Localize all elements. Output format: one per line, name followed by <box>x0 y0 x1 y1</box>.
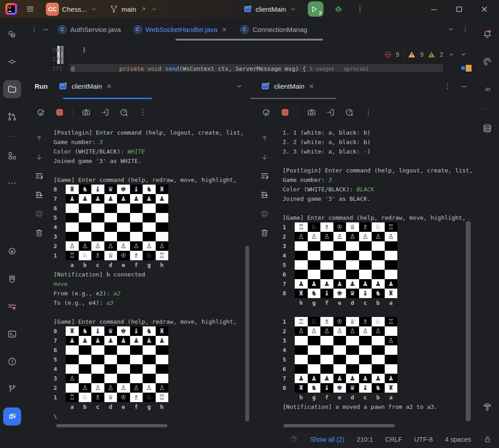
soft-wrap-button[interactable] <box>34 171 45 181</box>
show-all-processes-link[interactable]: Show all (2) <box>310 436 345 443</box>
import-button[interactable] <box>99 106 111 118</box>
maximize-window-button[interactable] <box>452 2 466 16</box>
soft-wrap-button[interactable] <box>259 171 270 181</box>
run-config-selector[interactable]: clientMain <box>241 2 300 16</box>
prev-problem-button[interactable] <box>447 50 455 59</box>
commit-icon <box>7 57 17 67</box>
tool-window-maven-button[interactable]: m <box>478 80 496 98</box>
console-text: \ <box>54 413 57 420</box>
tool-window-dependencies-button[interactable] <box>3 270 21 288</box>
tool-window-commit-button[interactable] <box>3 53 21 71</box>
board-square <box>117 232 130 241</box>
close-tab-icon[interactable] <box>221 26 228 33</box>
rerun-button[interactable] <box>260 106 272 118</box>
board-square: ♜ <box>66 185 79 194</box>
board-square <box>117 204 130 213</box>
close-tab-icon[interactable] <box>106 83 112 90</box>
project-widget[interactable]: CC Chess... <box>43 2 100 16</box>
kebab-button[interactable] <box>362 106 374 118</box>
arrow-down-button[interactable] <box>259 152 270 163</box>
error-stripe-mark[interactable] <box>466 65 472 72</box>
console-output[interactable]: [Postlogin] Enter command (help, logout,… <box>54 125 250 430</box>
tool-window-more-button[interactable] <box>3 174 21 192</box>
hide-editor-button[interactable] <box>40 23 52 35</box>
line-number: 269 <box>25 45 63 54</box>
error-stripe-mark[interactable] <box>461 66 465 70</box>
printer-button[interactable] <box>34 208 45 219</box>
caret-position[interactable]: 210:1 <box>357 436 373 443</box>
run-button[interactable]: 3 <box>308 1 324 17</box>
tab-list-menu-button[interactable] <box>459 23 471 35</box>
minimize-window-button[interactable] <box>427 2 441 16</box>
scroll-end-button[interactable] <box>34 190 45 200</box>
debug-button[interactable] <box>332 2 345 16</box>
rank-label: 1 <box>54 251 66 260</box>
camera-button[interactable] <box>306 106 317 118</box>
tool-window-services-button[interactable] <box>3 243 21 261</box>
run-tab[interactable]: clientMain <box>58 81 112 91</box>
tool-window-pull-requests-button[interactable] <box>3 108 21 126</box>
vertical-scrollbar[interactable] <box>466 221 471 421</box>
panel-options-button[interactable] <box>443 82 452 91</box>
indent-selector[interactable]: 4 spaces <box>445 436 471 443</box>
arrow-up-button[interactable] <box>34 133 45 144</box>
trash-button[interactable] <box>34 227 45 238</box>
scroll-end-button[interactable] <box>259 190 270 200</box>
main-menu-button[interactable] <box>23 2 37 16</box>
run-tab[interactable]: clientMain <box>261 81 315 91</box>
stop-button[interactable] <box>54 106 65 118</box>
vcs-widget[interactable]: main <box>107 2 161 16</box>
inspections-widget[interactable]: 9 9 2 <box>384 50 468 59</box>
horizontal-scrollbar[interactable] <box>283 424 395 427</box>
console-output[interactable]: 1. 1 (white: a, black: b)2. 2 (white: a,… <box>279 125 475 430</box>
more-actions-button[interactable] <box>353 2 367 16</box>
line-ending-selector[interactable]: CRLF <box>385 436 402 443</box>
stop-button[interactable] <box>279 106 291 118</box>
tool-window-problems-squiggle-button[interactable] <box>3 298 21 316</box>
editor-tab[interactable]: CAuthService.java <box>52 18 127 41</box>
rank-label: 3 <box>283 241 295 251</box>
tool-window-notifications-button[interactable] <box>478 25 496 43</box>
minimize-panel-button[interactable] <box>460 82 468 91</box>
horizontal-scrollbar[interactable] <box>56 424 167 427</box>
vertical-scrollbar[interactable] <box>245 246 249 421</box>
tool-window-database-button[interactable] <box>478 119 496 137</box>
expand-button[interactable] <box>235 82 243 91</box>
profiler-button[interactable] <box>343 106 355 118</box>
tool-window-project-button[interactable] <box>3 80 21 98</box>
arrow-down-icon <box>260 153 269 162</box>
editor-options-button[interactable] <box>28 23 40 35</box>
printer-button[interactable] <box>259 208 270 219</box>
trash-button[interactable] <box>259 227 270 238</box>
camera-button[interactable] <box>80 106 92 118</box>
editor-area[interactable]: 269270271 } @ private void send(WsContex… <box>25 41 475 72</box>
lock-button[interactable] <box>483 435 492 443</box>
tool-window-terminal-button[interactable] <box>3 325 21 343</box>
tool-window-ai-assistant-button[interactable] <box>478 53 496 71</box>
encoding-selector[interactable]: UTF-8 <box>414 436 433 443</box>
profiler-button[interactable] <box>118 106 130 118</box>
tool-window-git-button[interactable] <box>3 380 21 398</box>
close-tab-icon[interactable] <box>308 83 315 90</box>
board-square <box>130 213 143 222</box>
tool-window-ai-help-button[interactable]: ? <box>3 25 21 43</box>
tool-window-run-button[interactable] <box>3 407 21 425</box>
hidden-tabs-button[interactable] <box>445 23 457 35</box>
board-rank-row: 1♖♘♗♕♔♗♘♖ <box>54 393 250 402</box>
board-square <box>156 355 169 364</box>
header-scrollbar[interactable] <box>250 98 337 99</box>
close-window-button[interactable] <box>477 2 491 16</box>
tool-window-build-hammer-button[interactable] <box>478 398 496 416</box>
arrow-down-button[interactable] <box>34 152 45 163</box>
kebab-button[interactable] <box>137 106 148 118</box>
tool-window-problems-button[interactable] <box>3 353 21 371</box>
board-square <box>359 241 372 251</box>
rerun-button[interactable] <box>35 106 46 118</box>
editor-tab[interactable]: CWebSocketHandler.java <box>127 18 234 41</box>
board-square: ♘ <box>143 393 156 402</box>
editor-tab[interactable]: CConnectionManag <box>234 18 314 41</box>
next-problem-button[interactable] <box>459 50 468 59</box>
tool-window-structure-button[interactable] <box>3 147 21 165</box>
arrow-up-button[interactable] <box>259 133 270 144</box>
import-button[interactable] <box>324 106 336 118</box>
